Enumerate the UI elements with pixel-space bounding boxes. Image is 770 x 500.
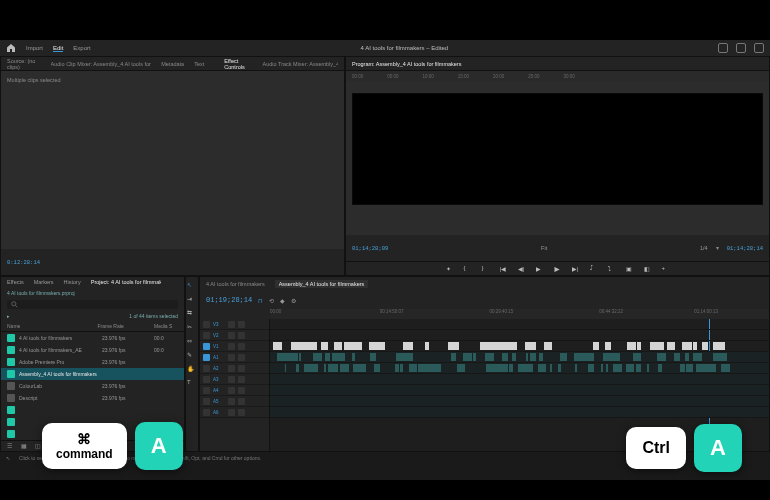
settings-icon[interactable]: + — [662, 265, 670, 273]
clip[interactable] — [491, 342, 497, 350]
play-icon[interactable]: ▶ — [536, 265, 544, 273]
clip[interactable] — [486, 364, 492, 372]
lock-toggle[interactable] — [238, 343, 245, 350]
clip[interactable] — [509, 364, 513, 372]
project-row[interactable]: Adobe Premiere Pro 23.976 fps — [1, 356, 184, 368]
tab-text[interactable]: Text — [194, 61, 204, 67]
clip[interactable] — [637, 342, 641, 350]
project-row[interactable] — [1, 404, 184, 416]
clip[interactable] — [626, 364, 634, 372]
col-framerate[interactable]: Frame Rate — [97, 323, 154, 329]
track-target-toggle[interactable] — [203, 321, 210, 328]
clip[interactable] — [541, 364, 545, 372]
track-target-toggle[interactable] — [203, 332, 210, 339]
list-view-icon[interactable]: ☰ — [7, 442, 15, 450]
track-header[interactable]: A3 — [200, 374, 269, 385]
tab-effects[interactable]: Effects — [7, 279, 24, 285]
clip[interactable] — [299, 353, 301, 361]
clip[interactable] — [575, 364, 577, 372]
clip[interactable] — [513, 342, 517, 350]
audio-track[interactable] — [270, 374, 769, 385]
clip[interactable] — [343, 364, 349, 372]
clip[interactable] — [662, 353, 664, 361]
mute-toggle[interactable] — [228, 376, 235, 383]
clip[interactable] — [658, 364, 661, 372]
clip[interactable] — [647, 364, 649, 372]
clip[interactable] — [696, 364, 704, 372]
clip[interactable] — [355, 364, 364, 372]
mark-out-icon[interactable]: } — [482, 265, 490, 273]
track-header[interactable]: A4 — [200, 385, 269, 396]
mute-toggle[interactable] — [228, 321, 235, 328]
clip[interactable] — [379, 342, 385, 350]
audio-track[interactable] — [270, 396, 769, 407]
step-fwd-icon[interactable]: |▶ — [554, 265, 562, 273]
marker-icon[interactable]: ◆ — [280, 297, 285, 304]
clip[interactable] — [321, 342, 328, 350]
lock-toggle[interactable] — [238, 398, 245, 405]
clip[interactable] — [682, 342, 687, 350]
fit-label[interactable]: Fit — [541, 245, 547, 251]
clip[interactable] — [324, 364, 327, 372]
audio-track[interactable] — [270, 352, 769, 363]
snap-icon[interactable]: ⊓ — [258, 297, 263, 304]
clip[interactable] — [473, 353, 475, 361]
project-row[interactable]: ColourLab 23.976 fps — [1, 380, 184, 392]
track-header[interactable]: V1 — [200, 341, 269, 352]
clip[interactable] — [374, 364, 381, 372]
clip[interactable] — [530, 353, 536, 361]
tab-program[interactable]: Program: Assembly_4 AI tools for filmmak… — [352, 61, 461, 67]
export-frame-icon[interactable]: ▣ — [626, 265, 634, 273]
tab-source[interactable]: Source: (no clips) — [7, 58, 41, 70]
type-tool-icon[interactable]: T — [187, 379, 197, 389]
clip[interactable] — [667, 342, 672, 350]
track-target-toggle[interactable] — [203, 354, 210, 361]
clip[interactable] — [680, 364, 685, 372]
mute-toggle[interactable] — [228, 365, 235, 372]
clip[interactable] — [312, 364, 318, 372]
bin-chevron-icon[interactable]: ▸ — [7, 313, 10, 319]
zoom-label[interactable]: 1/4 — [700, 245, 708, 251]
mute-toggle[interactable] — [228, 332, 235, 339]
clip[interactable] — [398, 353, 405, 361]
clip[interactable] — [418, 364, 427, 372]
tab-history[interactable]: History — [64, 279, 81, 285]
lock-toggle[interactable] — [238, 354, 245, 361]
clip[interactable] — [372, 342, 378, 350]
clip[interactable] — [467, 353, 472, 361]
clip[interactable] — [448, 342, 456, 350]
clip[interactable] — [695, 353, 702, 361]
clip[interactable] — [544, 342, 553, 350]
col-media[interactable]: Media S — [154, 323, 178, 329]
clip[interactable] — [460, 364, 465, 372]
ripple-tool-icon[interactable]: ⇆ — [187, 309, 197, 319]
project-search[interactable] — [7, 300, 178, 309]
tab-metadata[interactable]: Metadata — [161, 61, 184, 67]
clip[interactable] — [721, 342, 725, 350]
clip[interactable] — [332, 353, 341, 361]
track-header[interactable]: V2 — [200, 330, 269, 341]
mute-toggle[interactable] — [228, 398, 235, 405]
clip[interactable] — [431, 364, 435, 372]
extract-icon[interactable]: ⤵ — [608, 265, 616, 273]
track-header[interactable]: A1 — [200, 352, 269, 363]
clip[interactable] — [560, 353, 566, 361]
lock-toggle[interactable] — [238, 409, 245, 416]
clip[interactable] — [550, 364, 553, 372]
track-target-toggle[interactable] — [203, 398, 210, 405]
clip[interactable] — [633, 353, 641, 361]
clip[interactable] — [518, 364, 527, 372]
clip[interactable] — [702, 342, 707, 350]
clip[interactable] — [685, 353, 689, 361]
clip[interactable] — [722, 364, 729, 372]
tab-audio-track-mixer[interactable]: Audio Track Mixer: Assembly_4 AI tools — [262, 61, 338, 67]
icon-view-icon[interactable]: ▦ — [21, 442, 29, 450]
selection-tool-icon[interactable]: ↖ — [187, 281, 197, 291]
nav-export[interactable]: Export — [73, 45, 90, 51]
clip[interactable] — [313, 353, 321, 361]
go-in-icon[interactable]: |◀ — [500, 265, 508, 273]
program-viewer[interactable] — [352, 93, 763, 205]
clip[interactable] — [601, 364, 603, 372]
clip[interactable] — [297, 342, 303, 350]
clip[interactable] — [277, 353, 283, 361]
